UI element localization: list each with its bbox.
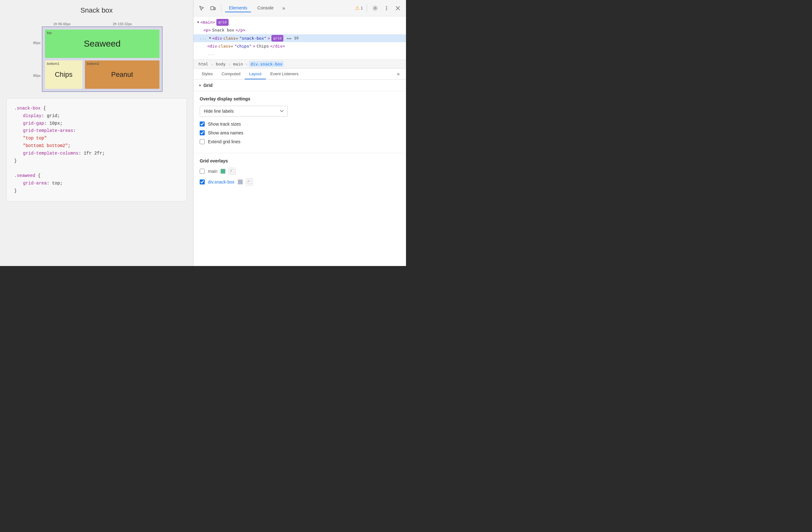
toolbar-more-tabs[interactable]: » <box>280 4 288 12</box>
grid-area-bottom1: bottom1 Chips <box>45 60 83 89</box>
area-top-text: Seaweed <box>84 39 121 49</box>
row-label-2: 80px <box>30 74 41 78</box>
dom-line-more[interactable]: ... <box>193 51 406 58</box>
dom-line-snack-box[interactable]: ... ▼ <div class= "snack-box" > grid == … <box>193 34 406 42</box>
code-line-10: grid-area: top; <box>14 180 179 187</box>
overlay-main-row: main <box>200 168 400 175</box>
warning-count: 1 <box>361 6 363 10</box>
grid-container: top Seaweed bottom1 Chips bottom2 Peanut <box>42 26 163 92</box>
line-labels-dropdown[interactable]: Hide line labels Show line numbers Show … <box>200 106 288 116</box>
left-panel: Snack box 1fr·96.66px 2fr·193.32px 80px … <box>0 0 193 266</box>
overlay-main-checkbox[interactable] <box>200 169 205 174</box>
col-label-2: 2fr·193.32px <box>82 22 163 26</box>
grid-triangle-icon: ▼ <box>199 84 202 87</box>
bc-main[interactable]: main <box>232 61 244 67</box>
extend-grid-lines-label[interactable]: Extend grid lines <box>208 139 241 144</box>
grid-side: 80px 80px top Seaweed bottom1 Chips bott… <box>30 26 163 92</box>
code-line-8: } <box>14 157 179 165</box>
grid-visualization: 1fr·96.66px 2fr·193.32px 80px 80px top S… <box>30 22 163 92</box>
grid-section-title: Grid <box>203 83 213 88</box>
code-line-3: grid-gap: 10px; <box>14 120 179 127</box>
code-line-7: grid-template-columns: 1fr 2fr; <box>14 150 179 157</box>
overlay-main-label[interactable]: main <box>208 169 217 174</box>
overlay-settings-body: Overlay display settings Hide line label… <box>193 91 406 153</box>
dom-line-chips[interactable]: <div class= "chips" > Chips </div> <box>193 42 406 50</box>
area-bottom2-label: bottom2 <box>87 62 99 66</box>
code-line-5: "top top" <box>14 135 179 142</box>
overlay-snack-box-target-icon[interactable] <box>246 179 253 185</box>
tab-layout[interactable]: Layout <box>245 69 266 79</box>
close-icon[interactable] <box>393 4 402 13</box>
dom-line-main[interactable]: ▼ <main> grid <box>193 18 406 26</box>
warning-triangle-icon: ⚠ <box>355 5 360 11</box>
area-bottom1-text: Chips <box>55 71 72 79</box>
toolbar-warning: ⚠ 1 <box>355 5 363 11</box>
devtools-toolbar: Elements Console » ⚠ 1 <box>193 0 406 16</box>
tab-console[interactable]: Console <box>253 4 277 12</box>
dom-triangle-2: ▼ <box>209 35 211 41</box>
settings-icon[interactable] <box>371 4 380 13</box>
extend-grid-lines-row: Extend grid lines <box>200 139 400 144</box>
svg-point-5 <box>386 9 387 10</box>
layout-panel: ▼ Grid Overlay display settings Hide lin… <box>193 80 406 266</box>
grid-area-bottom2: bottom2 Peanut <box>85 60 159 89</box>
overlay-main-target-icon[interactable] <box>229 168 235 175</box>
overlay-settings-title: Overlay display settings <box>200 96 400 101</box>
overlay-snack-box-row: div.snack-box <box>200 179 400 185</box>
show-area-names-row: Show area names <box>200 130 400 135</box>
bc-html[interactable]: html <box>197 61 209 67</box>
tab-event-listeners[interactable]: Event Listeners <box>266 69 303 79</box>
show-track-sizes-label[interactable]: Show track sizes <box>208 122 241 127</box>
column-labels: 1fr·96.66px 2fr·193.32px <box>42 22 163 26</box>
code-line-blank <box>14 165 179 172</box>
more-options-icon[interactable] <box>382 4 391 13</box>
code-line-1: .snack-box { <box>14 105 179 112</box>
tab-elements[interactable]: Elements <box>225 4 251 12</box>
toolbar-sep-2 <box>367 4 367 12</box>
device-toolbar-icon[interactable] <box>208 4 217 13</box>
dom-line-p[interactable]: <p> Snack box </p> <box>193 26 406 34</box>
overlay-snack-box-label[interactable]: div.snack-box <box>208 179 235 184</box>
code-panel: .snack-box { display: grid; grid-gap: 10… <box>6 98 187 201</box>
dom-ellipsis: ... <box>200 35 207 42</box>
show-track-sizes-row: Show track sizes <box>200 122 400 127</box>
area-bottom1-label: bottom1 <box>47 62 59 66</box>
bc-snack-box[interactable]: div.snack-box <box>249 61 284 67</box>
code-line-6: "bottom1 bottom2"; <box>14 142 179 150</box>
code-line-2: display: grid; <box>14 112 179 120</box>
svg-point-2 <box>374 7 376 9</box>
area-top-label: top <box>47 31 52 34</box>
overlay-snack-box-color <box>238 179 243 184</box>
show-area-names-checkbox[interactable] <box>200 130 205 135</box>
svg-rect-1 <box>214 8 215 10</box>
overlay-main-color <box>220 169 226 174</box>
grid-overlays-section: Grid overlays main div.snack-box <box>193 153 406 194</box>
code-line-4: grid-template-areas: <box>14 127 179 135</box>
breadcrumb: html › body › main › div.snack-box <box>193 60 406 69</box>
area-bottom2-text: Peanut <box>111 71 133 79</box>
svg-point-4 <box>386 8 387 9</box>
tab-styles[interactable]: Styles <box>197 69 217 79</box>
bc-body[interactable]: body <box>215 61 227 67</box>
extend-grid-lines-checkbox[interactable] <box>200 139 205 144</box>
sub-tab-more[interactable]: » <box>394 69 402 79</box>
show-track-sizes-checkbox[interactable] <box>200 122 205 127</box>
show-area-names-label[interactable]: Show area names <box>208 130 243 135</box>
svg-point-3 <box>386 6 387 7</box>
toolbar-sep-1 <box>221 4 221 12</box>
inspect-icon[interactable] <box>197 4 206 13</box>
tab-computed[interactable]: Computed <box>217 69 245 79</box>
sub-tabs: Styles Computed Layout Event Listeners » <box>193 69 406 80</box>
devtools-panel: Elements Console » ⚠ 1 <box>193 0 406 266</box>
grid-area-top: top Seaweed <box>45 30 159 58</box>
svg-rect-0 <box>211 6 214 10</box>
row-labels: 80px 80px <box>30 26 41 92</box>
code-line-11: } <box>14 187 179 195</box>
row-label-1: 80px <box>30 41 41 45</box>
grid-section-header[interactable]: ▼ Grid <box>193 80 406 91</box>
overlay-snack-box-checkbox[interactable] <box>200 179 205 184</box>
dom-triangle: ▼ <box>197 19 199 25</box>
page-title: Snack box <box>81 6 113 14</box>
grid-overlays-title: Grid overlays <box>200 158 400 163</box>
svg-rect-6 <box>230 169 234 173</box>
